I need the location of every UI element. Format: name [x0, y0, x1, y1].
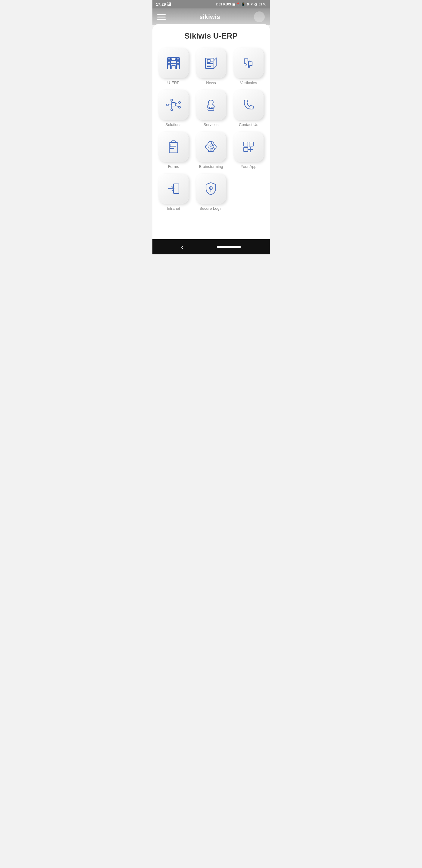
app-icon-verticales: [233, 48, 264, 78]
hamburger-menu[interactable]: [157, 14, 166, 20]
time: 17:29: [156, 2, 166, 7]
building-icon: [165, 55, 182, 71]
top-nav: sikiwis: [153, 8, 270, 25]
app-grid-row3: Forms Brainstorming: [157, 132, 265, 169]
status-right: 2.31 KB/S ▣ 📍 📳 ⊖ ▼ ◑ 61 %: [216, 2, 266, 6]
app-item-services[interactable]: Services: [195, 90, 227, 127]
app-grid-row1: U-ERP News: [157, 48, 265, 85]
app-item-forms[interactable]: Forms: [157, 132, 190, 169]
app-label-services: Services: [204, 122, 219, 127]
photo-icon: 🖼: [167, 2, 171, 7]
app-item-uerp[interactable]: U-ERP: [157, 48, 190, 85]
app-label-forms: Forms: [168, 164, 179, 169]
services-icon: [202, 96, 219, 113]
app-icon-forms: [158, 132, 189, 162]
svg-rect-43: [244, 147, 248, 152]
solutions-icon: [165, 96, 182, 113]
app-label-securelogin: Secure Login: [199, 206, 223, 211]
puzzle-icon: [240, 55, 257, 71]
svg-rect-15: [207, 59, 210, 62]
empty-grid-cell: [232, 174, 265, 211]
svg-rect-12: [168, 64, 170, 65]
app-icon-contact: [233, 90, 264, 120]
svg-line-31: [175, 105, 178, 107]
svg-rect-13: [177, 64, 178, 65]
svg-point-26: [178, 106, 181, 108]
phone-icon: [240, 96, 257, 113]
app-label-contact: Contact Us: [239, 122, 258, 127]
app-label-verticales: Verticales: [240, 81, 257, 85]
app-label-intranet: Intranet: [167, 206, 180, 211]
app-icon-services: [196, 90, 226, 120]
svg-point-37: [170, 145, 171, 146]
home-indicator[interactable]: [217, 246, 241, 248]
app-icon-yourapp: [233, 132, 264, 162]
svg-point-23: [167, 104, 168, 106]
svg-rect-8: [175, 59, 176, 60]
svg-line-30: [175, 103, 178, 104]
svg-point-50: [210, 187, 212, 189]
back-button[interactable]: ‹: [181, 244, 183, 250]
app-item-contact[interactable]: Contact Us: [232, 90, 265, 127]
status-bar: 17:29 🖼 2.31 KB/S ▣ 📍 📳 ⊖ ▼ ◑ 61 %: [153, 0, 270, 8]
svg-point-38: [170, 147, 171, 147]
app-label-news: News: [206, 81, 216, 85]
clipboard-icon: [165, 138, 182, 155]
app-grid-row4: Intranet Secure Login: [157, 174, 265, 211]
bottom-nav: ‹: [153, 239, 270, 254]
svg-rect-42: [249, 142, 253, 146]
app-item-verticales[interactable]: Verticales: [232, 48, 265, 85]
svg-rect-6: [168, 59, 170, 60]
svg-rect-21: [172, 102, 175, 106]
main-content: Sikiwis U-ERP: [153, 24, 270, 239]
signal-icons: ▣ 📍 📳 ⊖ ▼ ◑: [232, 2, 257, 6]
app-icon-uerp: [158, 48, 189, 78]
app-item-news[interactable]: News: [195, 48, 227, 85]
app-label-uerp: U-ERP: [167, 81, 180, 85]
speed: 2.31 KB/S: [216, 2, 231, 6]
status-left: 17:29 🖼: [156, 2, 171, 7]
page-title: Sikiwis U-ERP: [157, 31, 265, 41]
app-label-yourapp: Your App: [241, 164, 256, 169]
app-item-solutions[interactable]: Solutions: [157, 90, 190, 127]
shield-icon: [202, 180, 219, 197]
svg-rect-41: [244, 142, 248, 146]
svg-rect-9: [177, 59, 178, 60]
app-icon-intranet: [158, 174, 189, 204]
app-grid-row2: Solutions Services Contact Us: [157, 90, 265, 127]
app-icon-news: [196, 48, 226, 78]
svg-rect-11: [177, 61, 178, 62]
app-icon-solutions: [158, 90, 189, 120]
svg-point-24: [171, 109, 172, 111]
app-label-brainstorming: Brainstorming: [199, 164, 223, 169]
login-icon: [165, 180, 182, 197]
svg-rect-33: [169, 143, 178, 153]
app-icon-brainstorming: [196, 132, 226, 162]
app-label-solutions: Solutions: [165, 122, 181, 127]
battery: 61 %: [258, 2, 266, 6]
app-item-intranet[interactable]: Intranet: [157, 174, 190, 211]
svg-point-39: [170, 148, 171, 149]
svg-rect-5: [172, 65, 175, 69]
app-item-securelogin[interactable]: Secure Login: [195, 174, 227, 211]
app-item-yourapp[interactable]: Your App: [232, 132, 265, 169]
brain-icon: [202, 138, 219, 155]
nav-right-button[interactable]: [254, 11, 265, 22]
app-item-brainstorming[interactable]: Brainstorming: [195, 132, 227, 169]
svg-point-25: [178, 101, 181, 103]
app-title: sikiwis: [199, 13, 220, 21]
app-icon-securelogin: [196, 174, 226, 204]
news-icon: [202, 55, 219, 71]
svg-point-22: [171, 99, 172, 101]
addgrid-icon: [240, 138, 257, 155]
svg-rect-7: [171, 59, 172, 60]
svg-rect-10: [168, 61, 170, 62]
